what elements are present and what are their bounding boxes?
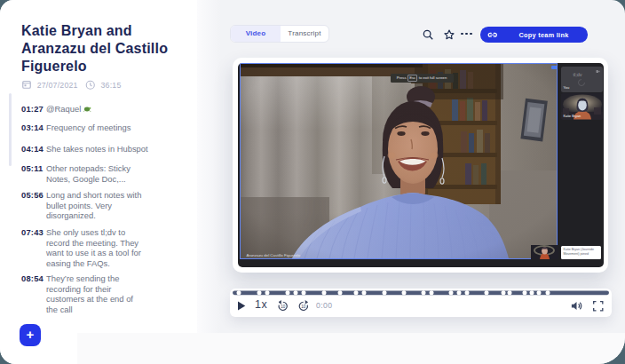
svg-text:10: 10: [281, 305, 286, 309]
svg-text:10: 10: [301, 305, 306, 309]
